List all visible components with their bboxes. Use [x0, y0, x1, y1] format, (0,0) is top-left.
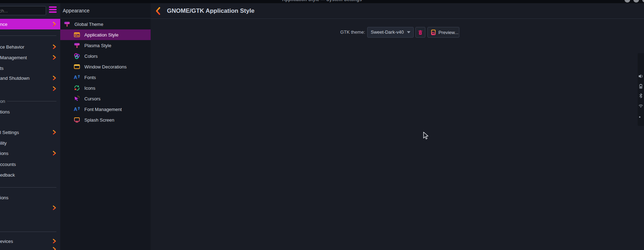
chevron-right-icon — [52, 55, 56, 60]
sidebar-item[interactable]: ions — [0, 148, 60, 158]
sidebar-divider — [0, 187, 56, 188]
sidebar-section-header: on — [0, 98, 60, 105]
window-title: Application Style — System Settings — [0, 0, 644, 3]
cursors-icon — [74, 95, 80, 102]
preview-button-label: Preview... — [438, 30, 458, 35]
preview-icon — [430, 29, 436, 35]
sidebar-item[interactable]: Management — [0, 52, 60, 62]
svg-text:A: A — [74, 106, 77, 112]
sidebar: nce ce Behavior Management ts and Shutdo… — [0, 3, 61, 250]
chevron-right-icon — [52, 151, 56, 156]
submenu-item-icons[interactable]: Icons — [60, 83, 151, 93]
sidebar-item-appearance[interactable]: nce — [0, 19, 60, 29]
search-input[interactable] — [0, 6, 46, 15]
bluetooth-icon[interactable] — [638, 93, 643, 98]
sidebar-item[interactable]: edback — [0, 170, 60, 180]
submenu-item-plasma-style[interactable]: Plasma Style — [60, 40, 151, 51]
svg-text:A: A — [74, 74, 77, 80]
sidebar-item[interactable]: tions — [0, 107, 60, 117]
delete-theme-button[interactable] — [415, 27, 425, 38]
colors-icon — [74, 53, 80, 59]
submenu-item-fonts[interactable]: A Fonts — [60, 72, 151, 83]
hamburger-icon — [49, 6, 57, 8]
back-button[interactable] — [154, 7, 162, 15]
chevron-right-icon — [52, 22, 56, 27]
sidebar-item[interactable]: ility — [0, 138, 60, 148]
sidebar-divider — [0, 232, 56, 232]
chevron-right-icon — [52, 76, 56, 80]
system-tray-panel — [638, 53, 644, 126]
sidebar-section-header — [0, 32, 60, 39]
gtk-theme-value: Sweet-Dark-v40 — [371, 27, 404, 37]
chevron-right-icon — [52, 239, 56, 244]
preview-button[interactable]: Preview... — [427, 27, 459, 38]
main-content: GNOME/GTK Application Style GTK theme: S… — [151, 3, 644, 250]
submenu-header: Appearance — [60, 3, 151, 18]
chevron-right-icon — [52, 247, 56, 250]
page-title: GNOME/GTK Application Style — [167, 3, 254, 18]
volume-icon[interactable] — [638, 74, 643, 79]
main-header: GNOME/GTK Application Style — [151, 3, 644, 19]
icon-theme-icon — [74, 85, 80, 91]
chevron-right-icon — [52, 86, 56, 91]
gtk-theme-dropdown[interactable]: Sweet-Dark-v40 — [367, 27, 414, 38]
submenu-item-font-management[interactable]: A Font Management — [60, 104, 151, 115]
paint-roller-icon — [64, 21, 70, 27]
hamburger-menu-button[interactable] — [49, 6, 57, 13]
sidebar-item[interactable] — [0, 84, 60, 94]
sidebar-item[interactable]: ts — [0, 63, 60, 73]
submenu-item-window-decorations[interactable]: Window Decorations — [60, 61, 151, 72]
sidebar-item[interactable] — [0, 203, 60, 213]
gtk-theme-label: GTK theme: — [338, 27, 365, 38]
submenu-item-splash-screen[interactable]: Splash Screen — [60, 115, 151, 125]
submenu-item-application-style[interactable]: Application Style — [60, 29, 151, 40]
sidebar-item[interactable]: l Settings — [0, 127, 60, 137]
window-decorations-icon — [74, 63, 80, 70]
sidebar-item[interactable]: ce Behavior — [0, 42, 60, 52]
sidebar-item[interactable] — [0, 244, 60, 250]
chevron-right-icon — [52, 130, 56, 135]
sidebar-item[interactable]: and Shutdown — [0, 73, 60, 83]
chevron-right-icon — [52, 205, 56, 210]
panel-hide-dot[interactable] — [638, 116, 641, 118]
chevron-right-icon — [52, 44, 56, 49]
submenu-item-cursors[interactable]: Cursors — [60, 93, 151, 104]
dropdown-caret-icon — [407, 31, 410, 33]
splash-screen-icon — [74, 117, 80, 123]
submenu-item-colors[interactable]: Colors — [60, 51, 151, 61]
sidebar-item[interactable]: ions — [0, 193, 60, 202]
font-management-icon: A — [74, 106, 80, 112]
fonts-icon: A — [74, 74, 80, 80]
wifi-icon[interactable] — [638, 103, 643, 108]
titlebar: Application Style — System Settings — [0, 0, 644, 3]
app-window-icon — [74, 32, 80, 38]
appearance-submenu: Appearance Global Theme Application Styl… — [60, 3, 151, 250]
battery-icon[interactable] — [638, 84, 643, 89]
trash-icon — [418, 29, 423, 35]
back-icon — [154, 7, 162, 15]
paint-roller-icon — [74, 42, 80, 49]
sidebar-item[interactable]: ccounts — [0, 159, 60, 169]
submenu-item-global-theme[interactable]: Global Theme — [60, 19, 151, 29]
